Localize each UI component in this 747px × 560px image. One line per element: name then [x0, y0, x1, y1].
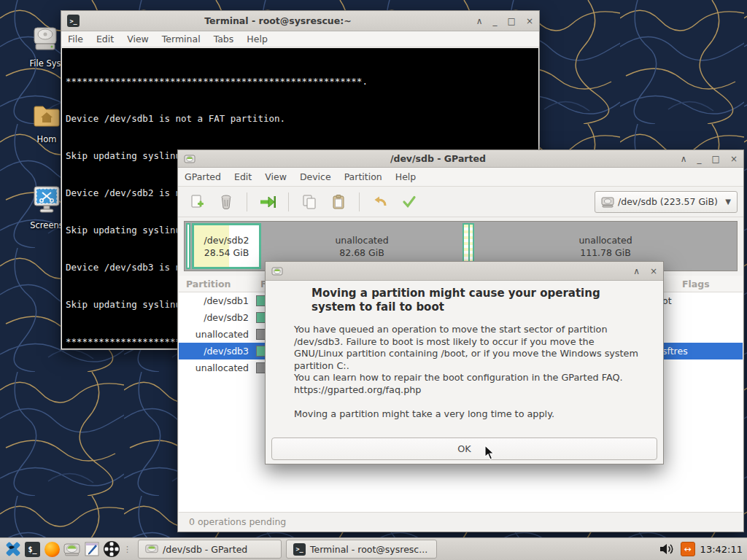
launcher-editor[interactable] — [82, 540, 101, 559]
delete-partition-button[interactable] — [213, 190, 239, 214]
partition-bar-sdb2[interactable]: /dev/sdb2 28.54 GiB — [192, 223, 261, 269]
launcher-sysrescue[interactable] — [3, 540, 23, 559]
clock[interactable]: 13:42:11 — [700, 544, 743, 555]
taskbar-button-terminal[interactable]: >_ Terminal - root@sysresc... — [286, 540, 437, 559]
screenshot-icon — [31, 184, 62, 214]
launcher-wheel[interactable] — [101, 540, 121, 559]
firefox-icon — [44, 542, 60, 557]
gparted-icon — [145, 543, 158, 555]
operations-pending-text: 0 operations pending — [189, 516, 286, 527]
text-editor-icon — [84, 541, 100, 557]
maximize-button[interactable]: □ — [712, 155, 720, 163]
device-selector[interactable]: /dev/sdb (223.57 GiB) ▼ — [595, 191, 738, 213]
ok-button[interactable]: OK — [271, 438, 657, 460]
menu-gparted[interactable]: GParted — [178, 168, 228, 185]
apply-checkmark-icon — [401, 195, 417, 209]
dialog-paragraph: You can learn how to repair the boot con… — [294, 372, 643, 384]
desktop: File Sys Hom Screens >_ Terminal - root@… — [0, 0, 747, 560]
network-tray-icon[interactable]: ↔ — [681, 542, 695, 556]
launcher-gparted[interactable] — [62, 540, 82, 559]
gparted-menubar: GParted Edit View Device Partition Help — [178, 168, 743, 187]
terminal-icon: >_ — [293, 543, 306, 556]
terminal-window-icon: >_ — [67, 15, 80, 27]
chevron-down-icon: ▼ — [725, 198, 731, 206]
resize-move-icon — [259, 195, 276, 209]
menu-view[interactable]: View — [258, 168, 293, 185]
menu-device[interactable]: Device — [293, 168, 338, 185]
system-tray: ↔ 13:42:11 — [659, 542, 744, 556]
copy-button[interactable] — [296, 190, 322, 214]
dialog-heading: Moving a partition might cause your oper… — [311, 287, 611, 314]
terminal-line: ****************************************… — [66, 75, 535, 88]
gparted-window-icon — [184, 153, 196, 165]
sysrescue-x-icon — [4, 540, 22, 558]
harddrive-icon — [31, 23, 59, 52]
launcher-terminal[interactable]: $_ — [23, 540, 42, 559]
shade-button[interactable]: ∧ — [476, 17, 483, 26]
partition-bar-sdb1[interactable] — [186, 223, 190, 269]
toolbar-separator — [288, 192, 289, 211]
menu-terminal[interactable]: Terminal — [155, 31, 207, 47]
mouse-cursor — [484, 445, 496, 461]
minimize-button[interactable]: _ — [493, 17, 498, 26]
menu-view[interactable]: View — [120, 31, 155, 47]
column-partition[interactable]: Partition — [186, 279, 231, 289]
move-partition-warning-dialog: ∧ × Moving a partition might cause your … — [265, 261, 664, 464]
paste-button[interactable] — [325, 190, 352, 214]
toolbar-separator — [359, 192, 360, 211]
menu-help[interactable]: Help — [389, 168, 423, 185]
close-button[interactable]: × — [650, 267, 657, 276]
gparted-icon — [63, 542, 80, 556]
home-folder-icon — [32, 102, 61, 128]
dialog-titlebar[interactable]: ∧ × — [266, 262, 663, 281]
undo-button[interactable] — [367, 190, 393, 214]
taskbar-button-gparted[interactable]: /dev/sdb - GParted — [138, 540, 282, 559]
new-partition-icon — [189, 194, 205, 210]
close-button[interactable]: × — [730, 155, 738, 163]
partition-bar-label: /dev/sdb2 — [204, 234, 249, 246]
dialog-link-text: https://gparted.org/faq.php — [294, 384, 643, 397]
menu-edit[interactable]: Edit — [228, 168, 258, 185]
menu-edit[interactable]: Edit — [90, 31, 120, 47]
gparted-window-icon — [271, 265, 283, 277]
terminal-titlebar[interactable]: >_ Terminal - root@sysrescue:~ ∧ _ □ × — [61, 11, 539, 31]
dialog-paragraph: Moving a partition might take a very lon… — [294, 408, 643, 421]
trash-icon — [219, 194, 233, 210]
taskbar: $_ — [0, 537, 747, 560]
copy-icon — [301, 194, 317, 210]
panel-separator-handle[interactable]: ⋮ — [123, 546, 131, 553]
shade-button[interactable]: ∧ — [633, 267, 640, 276]
gparted-toolbar: /dev/sdb (223.57 GiB) ▼ — [178, 187, 743, 217]
paragraph-gap — [294, 396, 643, 408]
terminal-menubar: File Edit View Terminal Tabs Help — [61, 31, 539, 47]
terminal-icon: $_ — [25, 542, 40, 557]
harddrive-icon — [601, 196, 614, 208]
partition-bar-size: 28.54 GiB — [204, 246, 249, 259]
maximize-button[interactable]: □ — [508, 17, 516, 26]
menu-partition[interactable]: Partition — [338, 168, 389, 185]
column-flags[interactable]: Flags — [682, 279, 710, 289]
terminal-line: Device /dev/sdb1 is not a FAT partition. — [66, 112, 535, 125]
device-selector-value: /dev/sdb (223.57 GiB) — [618, 196, 718, 207]
volume-icon[interactable] — [659, 542, 676, 556]
menu-tabs[interactable]: Tabs — [207, 31, 241, 47]
minimize-button[interactable]: _ — [697, 155, 702, 163]
terminal-window-title: Terminal - root@sysrescue:~ — [80, 15, 476, 26]
menu-file[interactable]: File — [61, 31, 90, 47]
gparted-window-title: /dev/sdb - GParted — [196, 153, 681, 164]
shade-button[interactable]: ∧ — [681, 155, 687, 163]
paste-icon — [331, 194, 346, 210]
gparted-titlebar[interactable]: /dev/sdb - GParted ∧ _ □ × — [178, 150, 743, 168]
gparted-statusbar: 0 operations pending — [179, 512, 743, 531]
wheel-icon — [103, 540, 120, 558]
undo-icon — [372, 195, 388, 209]
dialog-paragraph: You have queued an operation to move the… — [294, 324, 643, 372]
resize-move-button[interactable] — [255, 190, 281, 214]
apply-button[interactable] — [396, 190, 422, 214]
close-button[interactable]: × — [526, 17, 533, 26]
dialog-body: You have queued an operation to move the… — [294, 324, 643, 421]
toolbar-separator — [247, 192, 247, 211]
launcher-firefox[interactable] — [42, 540, 62, 559]
menu-help[interactable]: Help — [240, 31, 274, 47]
new-partition-button[interactable] — [184, 190, 210, 214]
